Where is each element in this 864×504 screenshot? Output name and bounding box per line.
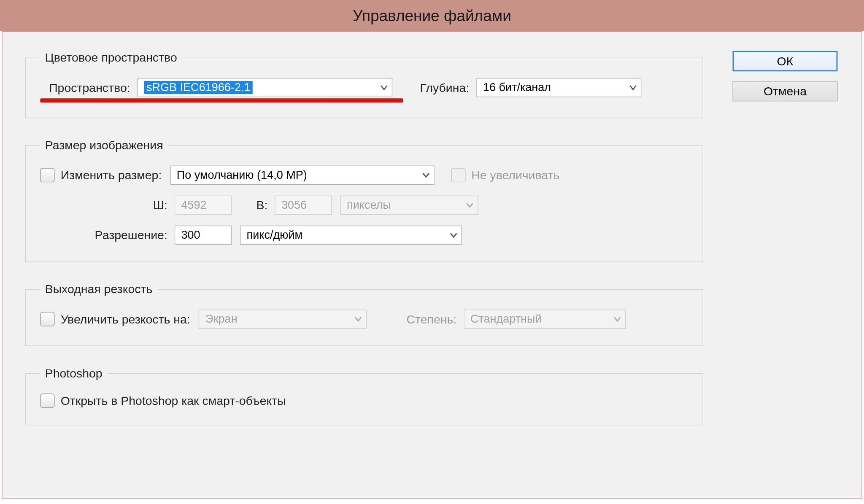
sharpen-amount-label: Степень:	[378, 312, 456, 326]
group-color-space: Цветовое пространство Пространство: sRGB…	[25, 51, 703, 118]
width-label: Ш:	[40, 198, 167, 212]
chevron-down-icon	[449, 231, 458, 240]
chevron-down-icon	[613, 315, 621, 323]
sharpen-for-label: Увеличить резкость на:	[61, 312, 190, 326]
resize-label: Изменить размер:	[61, 168, 162, 182]
depth-select-value: 16 бит/канал	[483, 81, 624, 94]
chevron-down-icon	[380, 84, 388, 92]
sharpen-amount-value: Стандартный	[470, 313, 608, 326]
smart-objects-checkbox[interactable]	[40, 393, 54, 408]
resize-preset-select[interactable]: По умолчанию (14,0 МР)	[170, 166, 434, 185]
sharpen-for-select: Экран	[199, 310, 367, 329]
depth-select[interactable]: 16 бит/канал	[476, 78, 641, 97]
height-label: В:	[238, 198, 267, 212]
space-select-value: sRGB IEC61966-2.1	[144, 81, 253, 94]
space-label: Пространство:	[40, 81, 130, 94]
cancel-button[interactable]: Отмена	[733, 81, 838, 101]
group-output-sharpening: Выходная резкость Увеличить резкость на:…	[25, 283, 703, 346]
window-titlebar: Управление файлами	[0, 0, 864, 31]
chevron-down-icon	[629, 84, 637, 92]
sharpen-checkbox[interactable]	[40, 312, 54, 326]
resolution-unit-select[interactable]: пикс/дюйм	[240, 226, 462, 245]
resize-preset-value: По умолчанию (14,0 МР)	[177, 169, 417, 182]
group-photoshop: Photoshop Открыть в Photoshop как смарт-…	[25, 367, 703, 425]
group-image-size-legend: Размер изображения	[40, 139, 168, 153]
chevron-down-icon	[421, 171, 430, 179]
width-input	[175, 196, 232, 215]
annotation-underline	[40, 98, 403, 102]
space-select[interactable]: sRGB IEC61966-2.1	[138, 78, 392, 97]
resolution-label: Разрешение:	[40, 228, 167, 242]
no-upscale-checkbox	[451, 168, 465, 182]
height-input	[275, 196, 332, 215]
sharpen-for-value: Экран	[205, 313, 349, 326]
ok-button[interactable]: ОК	[733, 51, 838, 71]
group-color-space-legend: Цветовое пространство	[40, 51, 182, 65]
smart-objects-label: Открыть в Photoshop как смарт-объекты	[61, 394, 286, 408]
resolution-unit-value: пикс/дюйм	[247, 229, 445, 242]
group-output-sharpening-legend: Выходная резкость	[40, 283, 157, 296]
chevron-down-icon	[466, 201, 474, 209]
group-photoshop-legend: Photoshop	[40, 367, 107, 380]
no-upscale-label: Не увеличивать	[471, 168, 559, 182]
size-unit-select: пикселы	[340, 196, 478, 215]
chevron-down-icon	[354, 315, 362, 323]
group-image-size: Размер изображения Изменить размер: По у…	[25, 139, 703, 262]
depth-label: Глубина:	[403, 81, 469, 94]
resolution-input[interactable]	[175, 226, 232, 245]
window-title: Управление файлами	[353, 6, 511, 25]
size-unit-value: пикселы	[347, 199, 461, 212]
resize-checkbox[interactable]	[40, 168, 54, 182]
sharpen-amount-select: Стандартный	[464, 310, 626, 329]
